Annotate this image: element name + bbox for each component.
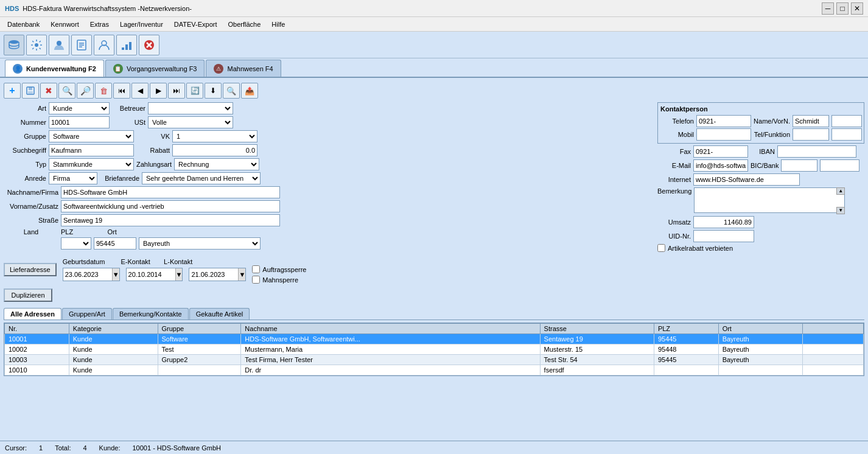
menu-datenbank[interactable]: Datenbank (2, 17, 44, 31)
col-header-strasse[interactable]: Strasse (540, 324, 654, 334)
col-header-kategorie[interactable]: Kategorie (69, 324, 158, 334)
close-button[interactable]: ✕ (851, 2, 863, 15)
tab-kundenverwaltung[interactable]: 👤 Kundenverwaltung F2 (5, 60, 104, 77)
input-telfunktion2[interactable] (831, 128, 862, 141)
menu-lager[interactable]: Lager/Inventur (115, 17, 168, 31)
select-betreuer[interactable] (148, 102, 233, 114)
btn-last[interactable]: ⏭ (168, 83, 185, 99)
checkbox-auftragssperre[interactable] (252, 265, 260, 273)
select-briefanrede[interactable]: Sehr geehrte Damen und Herren (142, 172, 261, 184)
col-header-gruppe[interactable]: Gruppe (158, 324, 241, 334)
input-name2[interactable] (831, 115, 862, 127)
input-telfunktion1[interactable] (793, 128, 829, 141)
toolbar-btn-datenbank[interactable] (4, 35, 24, 55)
select-ust[interactable]: Volle (148, 116, 233, 128)
window-title: HDS-Faktura Warenwirtschaftssystem -Netz… (23, 5, 192, 12)
bottom-tab-bemerkung-kontakte[interactable]: Bemerkung/Kontakte (113, 308, 189, 320)
btn-refresh[interactable]: 🔄 (186, 83, 203, 99)
input-bic1[interactable] (781, 159, 817, 172)
input-nachname[interactable] (61, 186, 280, 198)
menu-extras[interactable]: Extras (85, 17, 114, 31)
input-internet[interactable] (693, 173, 800, 186)
toolbar-btn-chart[interactable] (116, 35, 137, 55)
tab-mahnwesen[interactable]: ⚠ Mahnwesen F4 (206, 60, 281, 77)
table-row[interactable]: 10003KundeGruppe2Test Firma, Herr Tester… (5, 355, 864, 365)
btn-new[interactable]: + (4, 83, 21, 99)
col-header-nr[interactable]: Nr. (5, 324, 69, 334)
input-strasse[interactable] (61, 214, 280, 226)
btn-save[interactable] (22, 83, 39, 99)
row-fax-iban: Fax IBAN (657, 145, 864, 158)
minimize-button[interactable]: ─ (822, 2, 834, 15)
btn-prev[interactable]: ◀ (131, 83, 149, 99)
btn-search1[interactable]: 🔍 (58, 83, 75, 99)
select-gruppe[interactable]: Software (49, 130, 134, 142)
bottom-tab-gekaufte-artikel[interactable]: Gekaufte Artikel (189, 308, 250, 320)
input-plz[interactable] (94, 237, 136, 250)
table-row[interactable]: 10002KundeTestMustermann, MariaMusterstr… (5, 344, 864, 355)
select-ort[interactable]: Bayreuth (139, 237, 261, 250)
menu-kennwort[interactable]: Kennwort (46, 17, 83, 31)
scroll-down[interactable]: ▼ (836, 207, 845, 214)
input-bic2[interactable] (820, 159, 859, 172)
select-typ[interactable]: Stammkunde (49, 158, 134, 170)
menu-datev[interactable]: DATEV-Export (169, 17, 222, 31)
btn-cancel[interactable]: ✖ (40, 83, 57, 99)
btn-search2[interactable]: 🔎 (77, 83, 94, 99)
btn-next[interactable]: ▶ (150, 83, 167, 99)
btn-delete[interactable]: 🗑 (95, 83, 112, 99)
checkbox-mahnsperre[interactable] (252, 276, 260, 284)
bottom-tab-alle-adressen[interactable]: Alle Adressen (4, 308, 61, 320)
input-mobil[interactable] (696, 128, 751, 141)
table-row[interactable]: 10001KundeSoftwareHDS-Software GmbH, Sof… (5, 334, 864, 344)
select-art[interactable]: Kunde (49, 102, 110, 114)
input-geburtsdatum[interactable] (63, 268, 112, 281)
row-land-plz-ort: Land PLZ Ort (4, 228, 653, 236)
btn-export[interactable]: 📤 (241, 83, 258, 99)
btn-filter[interactable]: ⬇ (205, 83, 222, 99)
select-zahlungsart[interactable]: Rechnung (174, 158, 259, 170)
maximize-button[interactable]: □ (836, 2, 849, 15)
input-nummer[interactable] (49, 116, 110, 128)
input-name1[interactable] (793, 115, 829, 127)
select-vk[interactable]: 1 (172, 130, 257, 142)
textarea-bemerkung[interactable] (694, 187, 845, 213)
input-umsatz[interactable] (693, 216, 754, 228)
input-ekontakt[interactable] (127, 268, 175, 281)
table-row[interactable]: 10010KundeDr. drfsersdf (5, 365, 864, 375)
toolbar-btn-stop[interactable] (139, 35, 159, 55)
toolbar-btn-settings[interactable] (26, 35, 47, 55)
input-telefon[interactable] (696, 115, 751, 127)
toolbar-btn-reports[interactable] (71, 35, 92, 55)
label-art: Art (4, 105, 46, 112)
menu-hilfe[interactable]: Hilfe (267, 17, 290, 31)
input-lkontakt[interactable] (189, 268, 238, 281)
tab-vorgangsverwaltung[interactable]: 📋 Vorgangsverwaltung F3 (105, 60, 205, 77)
btn-lkontakt-cal[interactable]: ▼ (238, 268, 245, 281)
col-header-plz[interactable]: PLZ (654, 324, 718, 334)
input-vorname[interactable] (61, 200, 280, 212)
select-anrede[interactable]: Firma (49, 172, 97, 184)
input-suchbegriff[interactable] (49, 144, 134, 156)
col-header-nachname[interactable]: Nachname (241, 324, 540, 334)
toolbar-btn-customers[interactable] (49, 35, 69, 55)
col-header-ort[interactable]: Ort (718, 324, 802, 334)
btn-ekontakt-cal[interactable]: ▼ (175, 268, 183, 281)
menu-oberflaeche[interactable]: Oberfläche (223, 17, 266, 31)
btn-geburtsdatum-cal[interactable]: ▼ (112, 268, 119, 281)
input-email[interactable] (693, 159, 748, 172)
input-uidnr[interactable] (693, 230, 754, 242)
bottom-tab-gruppen-art[interactable]: Gruppen/Art (62, 308, 112, 320)
scroll-up[interactable]: ▲ (836, 187, 845, 195)
btn-lieferadresse[interactable]: Lieferadresse (4, 263, 57, 276)
input-iban[interactable] (777, 145, 856, 158)
input-fax[interactable] (693, 145, 748, 158)
btn-find[interactable]: 🔍 (223, 83, 240, 99)
input-rabatt[interactable] (172, 144, 257, 156)
btn-duplizieren[interactable]: Duplizieren (4, 288, 52, 302)
select-land[interactable] (61, 237, 91, 250)
toolbar-btn-person[interactable] (94, 35, 114, 55)
label-internet: Internet (657, 176, 691, 183)
btn-first[interactable]: ⏮ (113, 83, 130, 99)
checkbox-artikelrabatt[interactable] (657, 244, 665, 252)
